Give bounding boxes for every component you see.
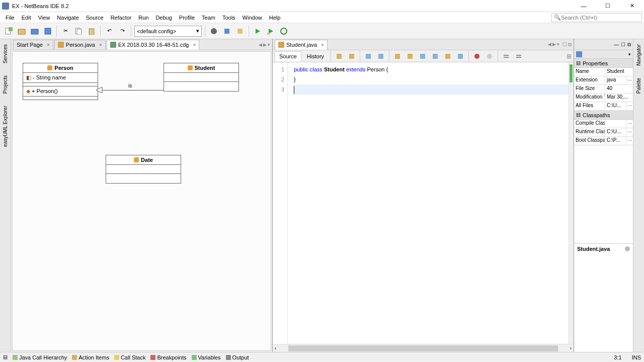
prop-row-name[interactable]: NameStudent <box>574 68 633 76</box>
panel-min-icon[interactable]: — <box>614 42 619 47</box>
editor-tool-4[interactable] <box>375 51 386 62</box>
search-input[interactable] <box>561 15 639 21</box>
cut-button[interactable]: ✂ <box>60 26 71 37</box>
stop-macro-button[interactable] <box>484 51 495 62</box>
editor-tool-7[interactable] <box>417 51 428 62</box>
copy-button[interactable] <box>73 26 84 37</box>
tab-start-page[interactable]: Start Page× <box>13 40 53 50</box>
prop-row-extension[interactable]: Extensionjava… <box>574 76 633 85</box>
tab-close-icon[interactable]: × <box>99 42 102 48</box>
tab-close-icon[interactable]: × <box>193 42 196 48</box>
ellipsis-button[interactable]: … <box>626 128 633 136</box>
status-output[interactable]: Output <box>226 354 249 360</box>
scroll-right-icon[interactable]: › <box>568 345 574 351</box>
prop-row-boot[interactable]: Boot ClasspaC:\P...… <box>574 137 633 145</box>
status-collapse-icon[interactable]: ⊟ <box>3 354 8 360</box>
menu-view[interactable]: View <box>35 14 54 22</box>
sidebar-tab-navigator[interactable]: Navigator <box>635 41 642 69</box>
record-macro-button[interactable] <box>471 51 482 62</box>
menu-refactor[interactable]: Refactor <box>107 14 135 22</box>
tab-next-icon[interactable]: ▶ <box>263 42 267 47</box>
run-button[interactable] <box>252 26 263 37</box>
editor-tool-3[interactable] <box>363 51 374 62</box>
code-tab-source[interactable]: Source <box>275 51 301 61</box>
menu-tools[interactable]: Tools <box>219 14 239 22</box>
menu-window[interactable]: Window <box>239 14 266 22</box>
sidebar-tab-projects[interactable]: Projects <box>2 72 9 97</box>
prop-row-modtime[interactable]: Modification TMar 30,... <box>574 94 633 102</box>
editor-tool-10[interactable] <box>455 51 466 62</box>
dropdown-icon[interactable]: ▾ <box>628 52 631 57</box>
tab-cdg[interactable]: EX 2018.03.30 16-48-51.cdg× <box>107 40 200 50</box>
editor-tool-6[interactable] <box>405 51 416 62</box>
editor-tool-5[interactable] <box>392 51 403 62</box>
editor-tool-9[interactable] <box>442 51 453 62</box>
paste-button[interactable] <box>86 26 97 37</box>
uml-class-student[interactable]: Student <box>164 63 239 92</box>
panel-close-icon[interactable]: ⧉ <box>627 42 631 48</box>
editor-tool-1[interactable] <box>334 51 345 62</box>
tab-prev-icon[interactable]: ◀ <box>548 42 551 48</box>
new-project-button[interactable] <box>16 26 27 37</box>
tab-list-icon[interactable]: ▾ <box>268 42 270 47</box>
prop-row-runtime[interactable]: Runtime ClassC:\U...… <box>574 128 633 137</box>
sidebar-tab-palette[interactable]: Palette <box>635 75 642 97</box>
tab-next-icon[interactable]: ▶ <box>552 42 556 48</box>
clean-build-button[interactable] <box>221 26 232 37</box>
ellipsis-button[interactable]: … <box>626 76 633 84</box>
panel-dock-icon[interactable]: ☐ <box>621 42 625 47</box>
menu-source[interactable]: Source <box>83 14 107 22</box>
status-action-items[interactable]: Action Items <box>72 354 109 360</box>
tab-close-icon[interactable]: × <box>321 42 324 48</box>
props-section-header[interactable]: ⊟ Properties <box>574 59 633 68</box>
close-button[interactable]: ✕ <box>622 1 642 11</box>
scroll-left-icon[interactable]: ‹ <box>273 345 278 351</box>
prop-row-allfiles[interactable]: All FilesC:\U...… <box>574 102 633 111</box>
code-editor[interactable]: 1 2 3 public class Student extends Perso… <box>273 62 574 344</box>
tab-maximize-icon[interactable]: ☐ <box>562 42 567 48</box>
comment-button[interactable] <box>501 51 512 62</box>
menu-debug[interactable]: Debug <box>152 14 175 22</box>
sidebar-tab-services[interactable]: Services <box>2 41 9 66</box>
sidebar-tab-easyuml[interactable]: easyUML Explorer <box>2 103 9 150</box>
ellipsis-button[interactable]: … <box>626 137 633 145</box>
new-file-button[interactable] <box>3 26 14 37</box>
menu-profile[interactable]: Profile <box>176 14 198 22</box>
tab-list-icon[interactable]: ▾ <box>557 42 559 48</box>
error-stripe[interactable] <box>569 62 574 344</box>
ellipsis-button[interactable]: … <box>626 102 633 110</box>
undo-button[interactable]: ↶ <box>104 26 115 37</box>
tab-prev-icon[interactable]: ◀ <box>259 42 262 47</box>
redo-button[interactable]: ↷ <box>117 26 128 37</box>
horizontal-scrollbar[interactable]: ‹ › <box>273 344 574 352</box>
props-section-classpaths[interactable]: ⊟ Classpaths <box>574 111 633 120</box>
tab-restore-icon[interactable]: ⧉ <box>568 42 572 48</box>
menu-team[interactable]: Team <box>198 14 219 22</box>
uml-diagram-canvas[interactable]: Person ◧ - String name ◆ + Person() Stud… <box>12 51 271 351</box>
tab-student-java[interactable]: Student.java× <box>275 40 328 50</box>
prop-row-compile[interactable]: Compile Class… <box>574 120 633 128</box>
menu-edit[interactable]: Edit <box>18 14 35 22</box>
maximize-button[interactable]: ☐ <box>598 1 618 11</box>
ellipsis-button[interactable]: … <box>626 120 633 128</box>
menu-navigate[interactable]: Navigate <box>53 14 82 22</box>
build-button[interactable] <box>208 26 219 37</box>
editor-tool-8[interactable] <box>430 51 441 62</box>
scroll-thumb[interactable] <box>288 345 557 351</box>
uncomment-button[interactable] <box>513 51 524 62</box>
tab-close-icon[interactable]: × <box>47 42 50 48</box>
menu-run[interactable]: Run <box>135 14 152 22</box>
search-box[interactable]: 🔍 <box>551 13 642 22</box>
menu-file[interactable]: File <box>2 14 18 22</box>
status-call-stack[interactable]: Call Stack <box>114 354 146 360</box>
expand-icon[interactable]: ⊞ <box>567 53 572 60</box>
uml-class-date[interactable]: Date <box>106 155 181 184</box>
prop-row-filesize[interactable]: File Size40 <box>574 85 633 94</box>
minimize-button[interactable]: — <box>574 1 594 11</box>
uml-class-person[interactable]: Person ◧ - String name ◆ + Person() <box>23 63 98 100</box>
code-tab-history[interactable]: History <box>303 52 328 61</box>
tab-person-java[interactable]: Person.java× <box>54 40 106 50</box>
status-breakpoints[interactable]: Breakpoints <box>150 354 186 360</box>
save-all-button[interactable] <box>42 26 53 37</box>
profile-button[interactable] <box>278 26 289 37</box>
